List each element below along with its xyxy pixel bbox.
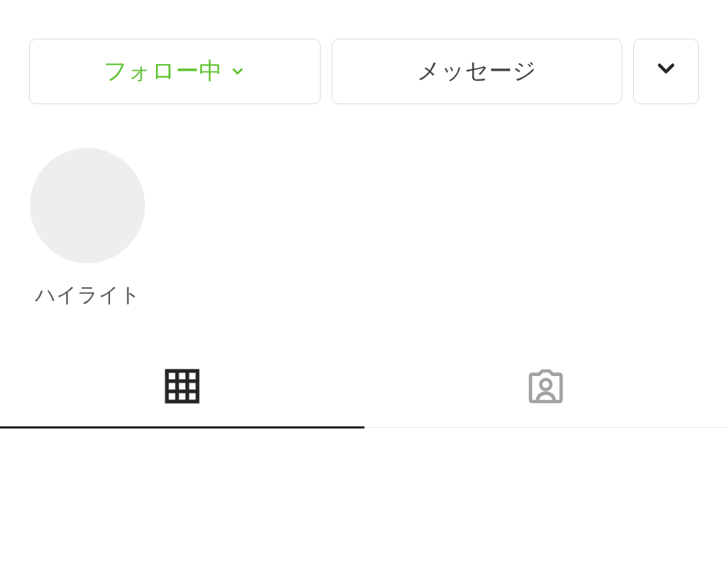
message-button[interactable]: メッセージ (332, 39, 623, 104)
svg-rect-0 (167, 371, 197, 402)
chevron-down-icon (653, 55, 679, 87)
tagged-icon (525, 366, 566, 407)
highlights-section: ハイライト (0, 148, 728, 309)
highlight-thumbnail (30, 148, 145, 263)
following-button[interactable]: フォロー中 (29, 39, 321, 104)
more-options-button[interactable] (633, 39, 699, 104)
grid-icon (162, 366, 203, 407)
action-button-row: フォロー中 メッセージ (0, 0, 728, 104)
tab-grid[interactable] (0, 345, 364, 427)
following-label: フォロー中 (103, 55, 222, 87)
profile-tabs (0, 345, 728, 428)
highlight-label: ハイライト (35, 281, 141, 309)
profile-actions-container: フォロー中 メッセージ ハイライト (0, 0, 728, 428)
tab-tagged[interactable] (364, 345, 729, 427)
chevron-down-icon (230, 63, 246, 79)
message-label: メッセージ (417, 55, 536, 87)
svg-point-5 (541, 380, 551, 390)
highlight-item[interactable]: ハイライト (29, 148, 146, 309)
